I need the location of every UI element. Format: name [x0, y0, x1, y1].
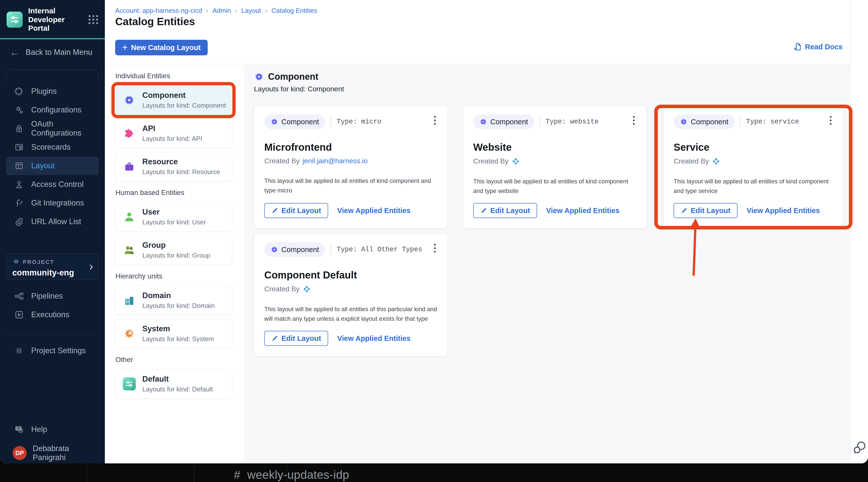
created-by-label: Created By [264, 157, 300, 165]
sidebar-item-label: Help [31, 425, 47, 434]
buildings-icon [123, 294, 136, 307]
entity-item-domain[interactable]: Domain Layouts for kind: Domain [115, 286, 232, 315]
sidebar-item-label: Plugins [31, 87, 57, 96]
kebab-menu-icon[interactable] [433, 115, 437, 126]
sidebar-item-url-allow-list[interactable]: URL Allow List [6, 212, 99, 231]
sidebar-item-label: URL Allow List [31, 217, 81, 226]
sidebar-item-executions[interactable]: Executions [6, 305, 99, 324]
entity-item-api[interactable]: API Layouts for kind: API [115, 119, 232, 148]
sidebar-header: Internal Developer Portal [0, 0, 105, 38]
app-switcher-grid-icon[interactable] [89, 15, 98, 24]
pencil-icon [271, 335, 278, 342]
sidebar-item-pipelines[interactable]: Pipelines [6, 287, 99, 305]
sidebar-item-git-integrations[interactable]: Git Integrations [6, 194, 99, 212]
kind-header: Component Layouts for kind: Component [254, 71, 344, 93]
entity-item-group[interactable]: Group Layouts for kind: Group [115, 236, 232, 265]
edit-layout-button[interactable]: Edit Layout [473, 203, 537, 218]
type-label: Type: All Other Types [337, 246, 422, 253]
entity-name: System [142, 324, 214, 333]
kebab-menu-icon[interactable] [433, 242, 437, 254]
breadcrumb-layout[interactable]: Layout [241, 7, 261, 14]
entity-name: Domain [142, 291, 215, 300]
sidebar-item-plugins[interactable]: Plugins [6, 82, 99, 101]
chip-icon [479, 118, 487, 126]
sidebar-item-help[interactable]: ? Help [6, 420, 99, 439]
entity-item-resource[interactable]: Resource Layouts for kind: Resource [115, 152, 232, 181]
harness-user-icon [512, 157, 520, 165]
entity-item-default[interactable]: Default Layouts for kind: Default [115, 369, 232, 398]
back-label: Back to Main Menu [26, 48, 92, 57]
view-applied-entities-link[interactable]: View Applied Entities [337, 207, 411, 215]
section-heading: Human based Entities [116, 189, 232, 197]
lock-icon [14, 123, 24, 133]
badge-divider [331, 117, 331, 127]
sidebar-item-configurations[interactable]: Configurations [6, 101, 99, 119]
entity-subtitle: Layouts for kind: Group [142, 251, 210, 259]
entity-item-system[interactable]: System Layouts for kind: System [115, 319, 232, 348]
chat-bubbles-icon[interactable] [852, 440, 867, 454]
chip-icon [123, 94, 136, 107]
edit-layout-button-service[interactable]: Edit Layout [674, 203, 738, 218]
new-catalog-layout-label: New Catalog Layout [131, 43, 200, 52]
new-catalog-layout-button[interactable]: + New Catalog Layout [115, 40, 208, 55]
entity-name: Default [142, 374, 213, 384]
kind-badge: Component [264, 115, 325, 129]
sidebar-item-label: Layout [31, 161, 55, 170]
background-window-divider [194, 463, 194, 482]
breadcrumb-account[interactable]: Account: app-harness-ng-cicd [115, 7, 202, 14]
sidebar: Internal Developer Portal ← Back to Main… [0, 0, 105, 463]
entity-subtitle: Layouts for kind: System [142, 335, 214, 343]
sidebar-item-oauth-configurations[interactable]: OAuth Configurations [6, 119, 99, 138]
kebab-menu-icon[interactable] [631, 115, 636, 126]
sidebar-item-scorecards[interactable]: Scorecards [6, 138, 99, 156]
back-arrow-icon: ← [9, 47, 20, 57]
background-window-bar: # weekly-updates-idp [0, 463, 868, 482]
type-label: Type: micro [337, 118, 381, 125]
sidebar-item-label: Project Settings [31, 346, 86, 355]
user-name: Debabrata Panigrahi [33, 444, 99, 462]
read-docs-link[interactable]: Read Docs [793, 42, 843, 51]
entity-item-user[interactable]: User Layouts for kind: User [115, 202, 232, 232]
entity-kind-list: Individual Entities Component Layouts fo… [105, 64, 244, 463]
view-applied-entities-link[interactable]: View Applied Entities [546, 207, 620, 215]
project-label: PROJECT [23, 259, 54, 265]
user-menu[interactable]: DP Debabrata Panigrahi [6, 444, 99, 462]
kind-badge: Component [674, 115, 735, 129]
help-chat-icon: ? [14, 424, 24, 434]
project-selector[interactable]: PROJECT community-eng › [6, 253, 99, 280]
view-applied-entities-link[interactable]: View Applied Entities [747, 207, 820, 215]
kebab-menu-icon[interactable] [828, 115, 833, 126]
nav-panel-top-border [6, 69, 99, 82]
harness-user-icon [712, 157, 720, 165]
sidebar-item-layout[interactable]: Layout [6, 156, 99, 175]
kind-badge: Component [264, 242, 325, 257]
entity-subtitle: Layouts for kind: User [142, 218, 206, 226]
edit-layout-button[interactable]: Edit Layout [264, 203, 328, 218]
app-window: Internal Developer Portal ← Back to Main… [0, 0, 868, 463]
layout-description: This layout will be applied to all entit… [264, 176, 437, 195]
badge-label: Component [490, 118, 528, 126]
group-icon [123, 243, 136, 257]
section-heading: Hierarchy units [116, 272, 232, 280]
view-applied-entities-link[interactable]: View Applied Entities [337, 334, 411, 343]
idp-logo [6, 11, 23, 28]
sidebar-item-access-control[interactable]: Access Control [6, 175, 99, 194]
breadcrumb-catalog-entities[interactable]: Catalog Entities [271, 7, 317, 14]
back-to-main-menu[interactable]: ← Back to Main Menu [0, 39, 105, 64]
entity-subtitle: Layouts for kind: API [142, 135, 202, 143]
edit-layout-button[interactable]: Edit Layout [264, 331, 328, 346]
avatar: DP [12, 446, 27, 460]
plus-icon: + [122, 43, 127, 52]
layout-description: This layout will be applied to all entit… [674, 177, 833, 196]
sidebar-item-project-settings[interactable]: Project Settings [6, 341, 99, 360]
created-by-email-link[interactable]: jenil.jain@harness.io [303, 157, 368, 165]
sidebar-divider [6, 334, 99, 334]
badge-divider [539, 117, 540, 127]
app-title: Internal Developer Portal [28, 6, 83, 33]
entity-item-component[interactable]: Component Layouts for kind: Component [115, 86, 232, 115]
gears-icon [14, 105, 24, 115]
entity-subtitle: Layouts for kind: Resource [142, 168, 220, 176]
scorecard-icon [14, 142, 24, 152]
breadcrumb-admin[interactable]: Admin [213, 7, 231, 14]
main-content: Account: app-harness-ng-cicd › Admin › L… [105, 0, 850, 463]
